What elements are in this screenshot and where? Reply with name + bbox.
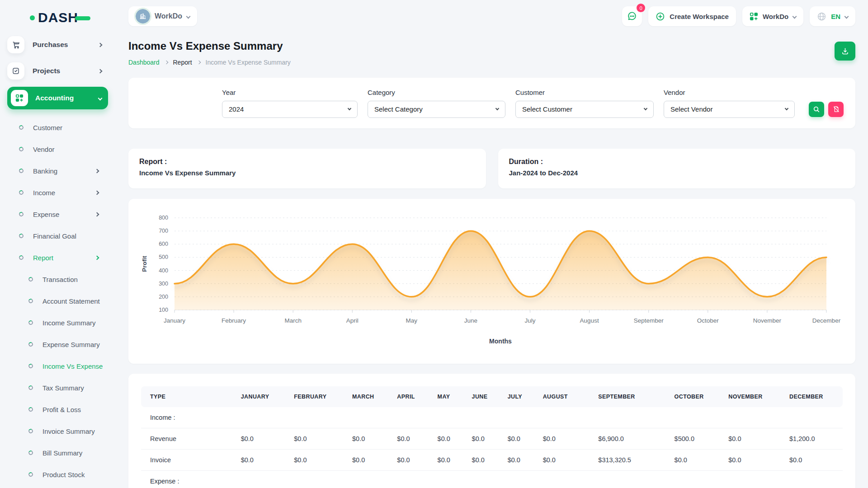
bullet-icon <box>28 298 34 304</box>
sidebar-item-label: Vendor <box>33 145 115 153</box>
vendor-select[interactable]: Select Vendor <box>664 101 795 118</box>
sidebar-item-tax-summary[interactable]: Tax Summary <box>0 377 115 399</box>
sidebar-item-financial-goal[interactable]: Financial Goal <box>0 225 115 247</box>
reset-button[interactable] <box>828 102 844 117</box>
section-label: Income : <box>141 407 843 428</box>
svg-text:September: September <box>634 317 664 324</box>
year-field: Year 2024 <box>222 89 358 118</box>
sidebar-item-income[interactable]: Income <box>0 182 115 203</box>
report-card-value: Income Vs Expense Summary <box>139 169 475 177</box>
sidebar-item-product-stock[interactable]: Product Stock <box>0 464 115 485</box>
sidebar-item-vendor[interactable]: Vendor <box>0 138 115 160</box>
breadcrumb-dashboard[interactable]: Dashboard <box>128 59 160 66</box>
svg-text:200: 200 <box>159 294 168 300</box>
year-value: 2024 <box>229 105 244 113</box>
sidebar-item-label: Financial Goal <box>33 232 115 240</box>
column-header: JULY <box>499 386 534 407</box>
sidebar-item-label: Invoice Summary <box>42 427 115 435</box>
workspace-selector[interactable]: WorkDo <box>128 6 197 26</box>
svg-text:April: April <box>346 317 359 324</box>
filter-card: Year 2024 Category Select Category Custo… <box>128 78 855 128</box>
sidebar-item-projects[interactable]: Projects <box>7 61 108 81</box>
cell-value: $0.0 <box>285 450 343 471</box>
sidebar-item-cash-flow[interactable]: Cash Flow <box>0 485 115 488</box>
chevron-right-icon <box>164 61 168 64</box>
chevron-down-icon <box>844 14 849 19</box>
vendor-label: Vendor <box>664 89 795 96</box>
chevron-right-icon <box>95 212 99 216</box>
column-header: TYPE <box>141 386 232 407</box>
plus-circle-icon <box>656 12 665 21</box>
sidebar-item-banking[interactable]: Banking <box>0 160 115 182</box>
duration-card-title: Duration : <box>509 158 845 166</box>
customer-select[interactable]: Select Customer <box>515 101 654 118</box>
sidebar-item-label: Product Stock <box>42 471 115 479</box>
sidebar-item-account-statement[interactable]: Account Statement <box>0 290 115 312</box>
summary-row: Report : Income Vs Expense Summary Durat… <box>128 149 855 188</box>
sidebar-item-customer[interactable]: Customer <box>0 117 115 138</box>
cell-value: $0.0 <box>534 450 590 471</box>
sidebar-item-accounting[interactable]: Accounting <box>7 87 108 109</box>
sidebar-item-transaction[interactable]: Transaction <box>0 268 115 290</box>
chevron-down-icon <box>495 107 499 110</box>
cell-value: $0.0 <box>534 428 590 450</box>
sidebar-item-income-summary[interactable]: Income Summary <box>0 312 115 333</box>
breadcrumb-report[interactable]: Report <box>173 59 192 66</box>
workspace-name: WorkDo <box>155 12 182 20</box>
sidebar-item-profit-loss[interactable]: Profit & Loss <box>0 399 115 420</box>
table-row: Income : <box>141 407 843 428</box>
sidebar-item-expense[interactable]: Expense <box>0 203 115 225</box>
sidebar-item-label: Banking <box>33 167 95 175</box>
svg-text:700: 700 <box>159 228 168 234</box>
cell-value: $0.0 <box>429 450 463 471</box>
report-card-title: Report : <box>139 158 475 166</box>
sidebar-item-report[interactable]: Report <box>0 247 115 268</box>
sidebar-item-income-vs-expense[interactable]: Income Vs Expense <box>0 355 115 377</box>
svg-text:February: February <box>222 317 246 324</box>
chat-icon <box>627 11 637 21</box>
bullet-icon <box>28 472 34 478</box>
year-select[interactable]: 2024 <box>222 101 358 118</box>
search-button[interactable] <box>809 102 824 117</box>
sidebar-item-bill-summary[interactable]: Bill Summary <box>0 442 115 464</box>
create-workspace-button[interactable]: Create Workspace <box>648 6 736 26</box>
income-expense-table: TYPEJANUARYFEBRUARYMARCHAPRILMAYJUNEJULY… <box>141 386 843 488</box>
chat-button[interactable]: 0 <box>622 6 642 26</box>
logo-text: DASH <box>38 10 78 25</box>
clear-file-icon <box>833 106 840 113</box>
sidebar-item-purchases[interactable]: Purchases <box>7 34 108 55</box>
table-row: Expense : <box>141 471 843 488</box>
cart-icon <box>7 36 24 53</box>
year-label: Year <box>222 89 358 96</box>
svg-text:January: January <box>164 317 185 324</box>
cell-value: $0.0 <box>499 428 534 450</box>
bullet-icon <box>28 363 34 369</box>
cell-value: $0.0 <box>285 428 343 450</box>
app-logo[interactable]: DASH <box>0 6 115 34</box>
column-header: JANUARY <box>232 386 285 407</box>
download-button[interactable] <box>835 42 855 61</box>
category-select[interactable]: Select Category <box>368 101 505 118</box>
sidebar-item-label: Tax Summary <box>42 384 115 392</box>
column-header: DECEMBER <box>780 386 843 407</box>
cell-value: $6,900.0 <box>589 428 665 450</box>
duration-card-value: Jan-2024 to Dec-2024 <box>509 169 845 177</box>
svg-text:November: November <box>753 317 782 324</box>
sidebar-item-expense-summary[interactable]: Expense Summary <box>0 333 115 355</box>
category-value: Select Category <box>374 105 423 113</box>
bullet-icon <box>28 277 34 282</box>
sidebar: DASH Purchases Projects <box>0 0 115 488</box>
sidebar-item-invoice-summary[interactable]: Invoice Summary <box>0 420 115 442</box>
report-card: Report : Income Vs Expense Summary <box>128 149 486 188</box>
sidebar-item-label: Projects <box>33 67 99 75</box>
vendor-value: Select Vendor <box>670 105 712 113</box>
workdo-menu-button[interactable]: WorkDo <box>742 6 803 26</box>
svg-text:400: 400 <box>159 267 168 274</box>
sidebar-item-label: Expense Summary <box>42 341 115 348</box>
search-icon <box>813 106 820 113</box>
column-header: MARCH <box>343 386 388 407</box>
svg-text:March: March <box>284 317 302 324</box>
chevron-down-icon <box>644 107 647 110</box>
svg-text:Profit: Profit <box>141 256 148 272</box>
language-selector[interactable]: EN <box>810 6 855 26</box>
